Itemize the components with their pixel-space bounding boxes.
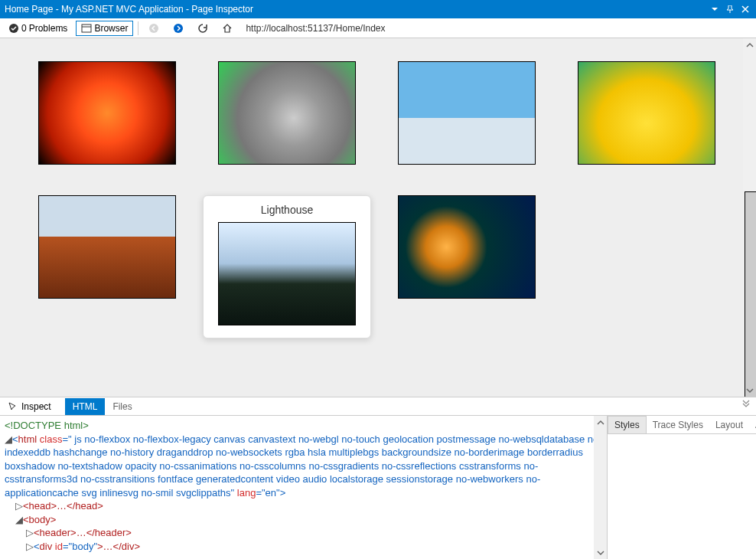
refresh-button[interactable]: [192, 21, 213, 36]
gallery-caption: Lighthouse: [261, 204, 314, 216]
gallery-thumbnail[interactable]: [398, 61, 536, 165]
nav-forward-button[interactable]: [168, 21, 189, 36]
browser-label: Browser: [94, 23, 128, 34]
scrollbar-thumb[interactable]: [745, 191, 756, 397]
home-button[interactable]: [217, 21, 238, 36]
separator: [138, 21, 138, 35]
tab-layout[interactable]: Layout: [709, 417, 749, 433]
tab-attributes[interactable]: Att: [749, 417, 756, 433]
browser-button[interactable]: Browser: [76, 21, 133, 36]
window-options-icon[interactable]: [709, 3, 721, 15]
close-icon[interactable]: [739, 3, 751, 15]
expand-header-icon[interactable]: ▷: [26, 526, 34, 540]
gallery-thumbnail[interactable]: [398, 195, 536, 299]
refresh-icon: [197, 23, 208, 34]
inspect-button[interactable]: Inspect: [0, 401, 59, 412]
gallery-item-tulips[interactable]: [562, 61, 731, 165]
dev-body: <!DOCTYPE html> ◢<html class=" js no-fle…: [0, 416, 756, 559]
gallery-thumbnail[interactable]: [578, 61, 715, 165]
window-title: Home Page - My ASP.NET MVC Application -…: [5, 4, 705, 15]
svg-point-4: [174, 24, 183, 33]
gallery-item-lighthouse[interactable]: Lighthouse: [203, 195, 371, 338]
gallery-thumbnail[interactable]: [38, 61, 176, 165]
gallery-thumbnail[interactable]: [218, 222, 356, 325]
html-scroll-up-icon[interactable]: [594, 416, 607, 429]
expand-div-icon[interactable]: ▷: [26, 540, 34, 554]
html-source-pane[interactable]: <!DOCTYPE html> ◢<html class=" js no-fle…: [0, 416, 607, 559]
pin-icon[interactable]: [724, 3, 736, 15]
title-bar: Home Page - My ASP.NET MVC Application -…: [0, 0, 756, 18]
inspect-label: Inspect: [21, 401, 51, 412]
arrow-left-icon: [148, 23, 159, 34]
gallery-item-koala[interactable]: [203, 61, 371, 165]
side-tabs: Styles Trace Styles Layout Att: [608, 416, 756, 434]
styles-body: [608, 434, 756, 559]
problems-label: Problems: [29, 23, 68, 34]
tab-styles[interactable]: Styles: [608, 416, 647, 433]
tab-files[interactable]: Files: [105, 398, 139, 415]
scroll-down-icon[interactable]: [743, 384, 756, 397]
dev-panel: Inspect HTML Files <!DOCTYPE html> ◢<htm…: [0, 397, 756, 559]
vertical-scrollbar[interactable]: [743, 38, 756, 397]
arrow-right-icon: [173, 23, 184, 34]
collapse-panel-icon[interactable]: [741, 400, 751, 413]
gallery-thumbnail[interactable]: [218, 61, 356, 165]
gallery-item-jellyfish[interactable]: [383, 195, 551, 338]
url-input[interactable]: [241, 21, 753, 35]
image-gallery: Lighthouse: [0, 38, 756, 361]
page-viewport: Lighthouse: [0, 38, 756, 397]
gallery-item-penguins[interactable]: [383, 61, 551, 165]
dev-tabs: Inspect HTML Files: [0, 397, 756, 416]
styles-pane: Styles Trace Styles Layout Att: [607, 416, 756, 559]
svg-point-3: [149, 24, 158, 33]
expand-body-icon[interactable]: ◢: [15, 513, 23, 527]
html-scroll-down-icon[interactable]: [594, 546, 607, 559]
scroll-up-icon[interactable]: [743, 38, 756, 51]
problems-count: 0: [21, 23, 27, 34]
tab-html[interactable]: HTML: [65, 398, 106, 415]
doctype: <!DOCTYPE html>: [5, 420, 89, 431]
gallery-thumbnail[interactable]: [38, 195, 176, 299]
gallery-item-chrysanthemum[interactable]: [23, 61, 191, 165]
nav-back-button[interactable]: [143, 21, 165, 36]
svg-rect-1: [82, 25, 91, 32]
expand-html-icon[interactable]: ◢: [5, 433, 12, 446]
gallery-item-desert[interactable]: [23, 195, 191, 338]
expand-head-icon[interactable]: ▷: [15, 499, 23, 513]
tab-trace-styles[interactable]: Trace Styles: [647, 417, 709, 433]
problems-button[interactable]: 0 Problems: [3, 21, 73, 36]
html-scrollbar[interactable]: [594, 416, 607, 559]
browser-icon: [81, 23, 92, 34]
cursor-icon: [8, 401, 18, 412]
home-icon: [222, 23, 233, 34]
check-circle-icon: [8, 23, 19, 34]
toolbar: 0 Problems Browser: [0, 18, 756, 38]
